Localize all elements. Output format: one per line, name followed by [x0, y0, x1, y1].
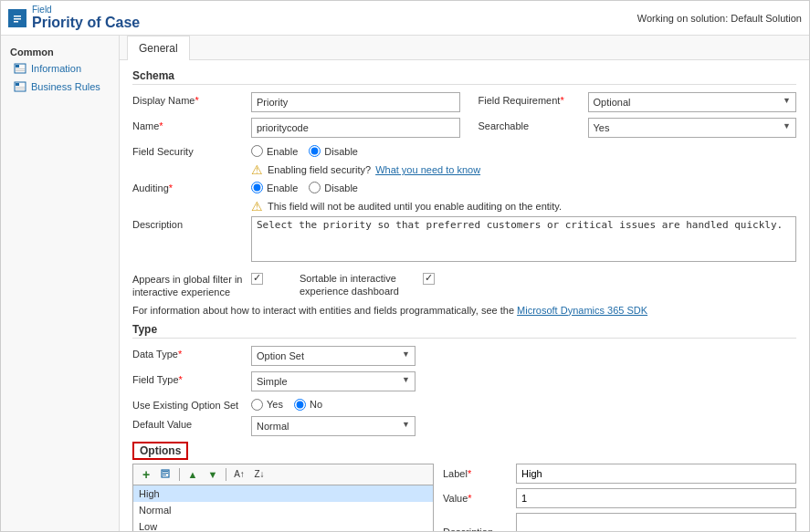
- field-requirement-dropdown[interactable]: Optional Business Required Business Reco…: [588, 92, 797, 112]
- field-type-row: Field Type* Simple: [132, 371, 796, 391]
- description-row: Description Select the priority so that …: [132, 216, 796, 265]
- options-layout: +: [132, 464, 796, 531]
- use-existing-yes-radio[interactable]: [251, 399, 263, 411]
- description-field: Select the priority so that preferred cu…: [251, 216, 796, 265]
- auditing-radio-group: Enable Disable: [251, 180, 796, 193]
- right-label-input[interactable]: [516, 464, 796, 484]
- data-type-label: Data Type*: [132, 346, 251, 360]
- type-section: Type Data Type* Option Set: [132, 323, 796, 436]
- toolbar-separator-2: [226, 468, 226, 481]
- sidebar-item-business-rules[interactable]: Business Rules: [1, 78, 119, 96]
- auditing-enable-label[interactable]: Enable: [251, 182, 298, 193]
- name-field: [251, 118, 460, 138]
- field-type-label: Field Type*: [132, 371, 251, 385]
- options-edit-button[interactable]: [157, 466, 175, 483]
- auditing-disable-text: Disable: [324, 183, 358, 193]
- header-title: Priority of Case: [32, 15, 140, 31]
- working-on-label: Working on solution: Default Solution: [637, 13, 802, 24]
- right-label-row: Label*: [443, 464, 796, 484]
- svg-rect-10: [16, 87, 25, 88]
- tab-general[interactable]: General: [127, 36, 190, 60]
- default-value-dropdown-wrapper: Normal High Low Critical: [251, 416, 416, 436]
- sdk-link[interactable]: Microsoft Dynamics 365 SDK: [517, 305, 647, 316]
- form-content: Schema Display Name* Field Requirement*: [120, 60, 809, 531]
- auditing-warning-text: This field will not be audited until you…: [268, 201, 562, 212]
- auditing-enable-radio[interactable]: [251, 182, 263, 193]
- use-existing-field: Yes No: [251, 397, 796, 411]
- right-value-row: Value*: [443, 488, 796, 508]
- field-security-enable-radio[interactable]: [251, 145, 263, 157]
- name-row: Name* Searchable Yes No: [132, 118, 796, 138]
- use-existing-no-label[interactable]: No: [294, 399, 322, 411]
- field-security-disable-radio[interactable]: [309, 145, 321, 157]
- right-value-label: Value*: [443, 493, 516, 504]
- options-add-button[interactable]: +: [137, 466, 155, 483]
- right-label-field: [516, 464, 796, 484]
- searchable-dropdown[interactable]: Yes No: [588, 118, 797, 138]
- field-security-radio-group: Enable Disable: [251, 143, 796, 157]
- data-type-dropdown-wrapper: Option Set: [251, 346, 416, 366]
- field-security-disable-label[interactable]: Disable: [309, 145, 358, 157]
- data-type-dropdown[interactable]: Option Set: [251, 346, 416, 366]
- sidebar-section-title: Common: [1, 43, 119, 59]
- sidebar-item-information[interactable]: Information: [1, 59, 119, 78]
- options-move-up-button[interactable]: ▲: [184, 466, 202, 483]
- sortable-label: Sortable in interactive experience dashb…: [300, 270, 418, 298]
- auditing-field: Enable Disable: [251, 180, 796, 193]
- default-value-row: Default Value Normal High Low Critical: [132, 416, 796, 436]
- sidebar-business-rules-label: Business Rules: [31, 81, 100, 92]
- svg-rect-14: [163, 473, 168, 474]
- option-item-high[interactable]: High: [133, 485, 433, 502]
- appears-checkbox[interactable]: [251, 273, 263, 285]
- options-move-down-button[interactable]: ▼: [204, 466, 222, 483]
- header-left: Field Priority of Case: [8, 5, 140, 31]
- right-description-textarea[interactable]: [516, 513, 796, 531]
- auditing-enable-text: Enable: [267, 183, 298, 193]
- auditing-disable-label[interactable]: Disable: [309, 182, 358, 193]
- svg-rect-1: [14, 16, 21, 17]
- name-label: Name*: [132, 118, 251, 131]
- right-description-label: Description: [443, 527, 516, 531]
- information-icon: [14, 62, 26, 75]
- use-existing-no-radio[interactable]: [294, 399, 306, 411]
- warning-text: Enabling field security?: [268, 164, 371, 175]
- options-sort-az-button[interactable]: A↑: [230, 466, 248, 483]
- right-value-input[interactable]: [516, 488, 796, 508]
- field-security-enable-text: Enable: [267, 146, 298, 157]
- field-security-disable-text: Disable: [324, 146, 358, 157]
- default-value-dropdown[interactable]: Normal High Low Critical: [251, 416, 416, 436]
- auditing-info-row: ⚠ This field will not be audited until y…: [251, 199, 796, 214]
- main-content: General Schema Display Name* Field Requi…: [120, 36, 809, 531]
- options-left: +: [132, 464, 434, 531]
- tab-bar: General: [120, 36, 809, 60]
- field-type-dropdown[interactable]: Simple: [251, 371, 416, 391]
- options-sort-za-button[interactable]: Z↓: [250, 466, 268, 483]
- field-requirement-label: Field Requirement: [479, 95, 561, 106]
- svg-rect-5: [16, 65, 19, 68]
- options-list: High Normal Low Critical: [132, 485, 434, 531]
- right-value-field: [516, 488, 796, 508]
- field-security-label: Field Security: [132, 143, 251, 157]
- display-name-label: Display Name*: [132, 92, 251, 106]
- use-existing-no-text: No: [310, 399, 322, 410]
- option-item-low[interactable]: Low: [133, 518, 433, 531]
- field-security-enable-label[interactable]: Enable: [251, 145, 298, 157]
- auditing-disable-radio[interactable]: [309, 182, 321, 193]
- svg-rect-6: [16, 68, 25, 69]
- svg-rect-11: [16, 89, 25, 89]
- options-section: Options +: [132, 442, 796, 531]
- description-textarea[interactable]: Select the priority so that preferred cu…: [251, 216, 796, 262]
- use-existing-yes-text: Yes: [267, 399, 283, 410]
- warning-link[interactable]: What you need to know: [375, 164, 480, 175]
- searchable-dropdown-wrapper: Yes No: [588, 118, 797, 138]
- sortable-checkbox[interactable]: [423, 273, 435, 285]
- sidebar: Common Information: [1, 36, 120, 531]
- use-existing-radio-group: Yes No: [251, 397, 796, 411]
- use-existing-yes-label[interactable]: Yes: [251, 399, 283, 411]
- field-security-field: Enable Disable: [251, 143, 796, 157]
- display-name-input[interactable]: [251, 92, 460, 112]
- name-input[interactable]: [251, 118, 460, 138]
- option-item-normal[interactable]: Normal: [133, 502, 433, 518]
- svg-rect-13: [163, 471, 168, 472]
- svg-rect-2: [14, 18, 21, 20]
